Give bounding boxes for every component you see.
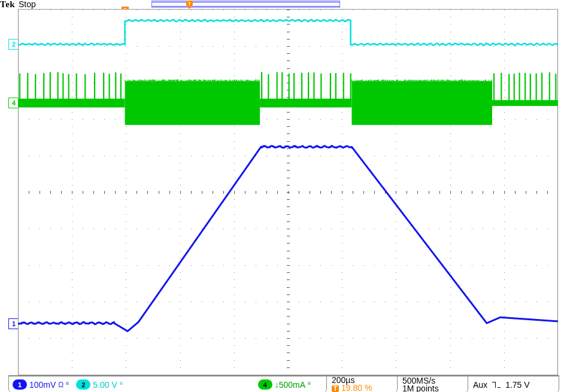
ch4-chip[interactable]: 4 bbox=[258, 379, 272, 390]
brand-logo: Tek bbox=[0, 0, 15, 10]
overview-window bbox=[152, 2, 339, 7]
trigger-source: Aux bbox=[473, 380, 487, 390]
overview-trigger-marker: T bbox=[186, 1, 193, 9]
timebase-readout-section[interactable]: 200µs T 19.80 % bbox=[327, 376, 398, 392]
ch4-bw-icon: ᴮ bbox=[308, 381, 311, 389]
ch2-chip[interactable]: 2 bbox=[76, 379, 90, 390]
header-strip: Tek Stop T bbox=[0, 0, 567, 9]
channel-readout-section: 1 100mV Ω ᴮ 2 5.00 V ᴮ 4 ↓ 500mA ᴮ bbox=[8, 376, 327, 392]
graticule bbox=[18, 9, 558, 375]
trace-canvas bbox=[18, 10, 558, 375]
ch2-scale: 5.00 V bbox=[93, 380, 117, 390]
readout-bar: 1 100mV Ω ᴮ 2 5.00 V ᴮ 4 ↓ 500mA ᴮ 200µs… bbox=[8, 375, 559, 392]
sample-readout-section[interactable]: 500MS/s 1M points bbox=[398, 376, 468, 392]
ch2-bw-icon: ᴮ bbox=[120, 381, 123, 389]
trigger-level: 1.75 V bbox=[505, 380, 529, 390]
overview-bar[interactable]: T bbox=[151, 1, 340, 8]
svg-text:T: T bbox=[188, 1, 191, 7]
acquisition-state: Stop bbox=[19, 0, 36, 9]
ch1-bw-icon: ᴮ bbox=[66, 381, 69, 389]
ch4-arrow-icon: ↓ bbox=[275, 380, 279, 390]
ch4-scale: 500mA bbox=[279, 380, 305, 390]
trigger-delay-value: T 19.80 % bbox=[332, 384, 372, 392]
ch1-scale: 100mV bbox=[29, 380, 56, 390]
ch1-coupling-icon: Ω bbox=[58, 381, 63, 389]
trigger-readout-section[interactable]: Aux 1.75 V bbox=[468, 376, 559, 392]
edge-rising-icon bbox=[492, 381, 501, 389]
ch1-chip[interactable]: 1 bbox=[13, 379, 27, 390]
record-length: 1M points bbox=[402, 385, 439, 393]
